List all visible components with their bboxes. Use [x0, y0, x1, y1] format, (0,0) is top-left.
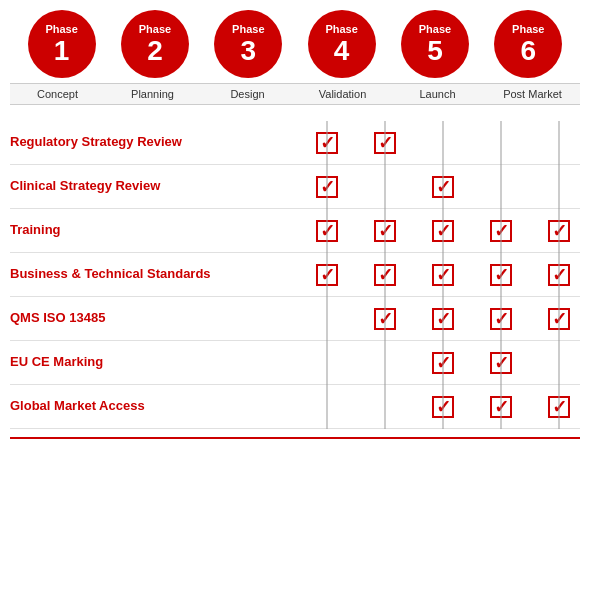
check-cell-4-4: ✓ — [472, 308, 530, 330]
phase-circle-6: Phase 6 — [494, 10, 562, 78]
checkbox: ✓ — [432, 176, 454, 198]
check-cell-1-2 — [356, 176, 414, 198]
table-row: Regulatory Strategy Review ✓ ✓ — [10, 121, 580, 165]
checkbox: ✓ — [432, 352, 454, 374]
table-row: EU CE Marking ✓ ✓ — [10, 341, 580, 385]
check-cell-6-2 — [356, 396, 414, 418]
phase-circle-1: Phase 1 — [28, 10, 96, 78]
check-cell-0-1: ✓ — [298, 132, 356, 154]
check-cell-3-0 — [240, 264, 298, 286]
main-container: Phase 1 Phase 2 Phase 3 Phase 4 Phase 5 — [0, 0, 590, 449]
phase-number-2: 2 — [147, 37, 163, 65]
table-row: QMS ISO 13485 ✓ ✓ ✓ ✓ — [10, 297, 580, 341]
rows-container: Regulatory Strategy Review ✓ ✓ Clinical … — [10, 121, 580, 429]
checkmark: ✓ — [320, 266, 335, 284]
phase-item-5: Phase 5 — [392, 10, 477, 78]
checkbox: ✓ — [548, 308, 570, 330]
check-cell-0-0 — [240, 132, 298, 154]
row-checks-3: ✓ ✓ ✓ ✓ ✓ — [240, 264, 588, 286]
checkbox: ✓ — [432, 264, 454, 286]
checkbox: ✓ — [374, 308, 396, 330]
checkbox: ✓ — [432, 308, 454, 330]
checkmark: ✓ — [552, 398, 567, 416]
checkmark: ✓ — [378, 310, 393, 328]
check-cell-0-5 — [530, 132, 588, 154]
row-checks-5: ✓ ✓ — [240, 352, 588, 374]
connector-area — [10, 103, 580, 121]
checkbox: ✓ — [316, 220, 338, 242]
check-cell-1-3: ✓ — [414, 176, 472, 198]
checkmark: ✓ — [436, 178, 451, 196]
empty-cell — [374, 176, 396, 198]
check-cell-5-5 — [530, 352, 588, 374]
check-cell-3-1: ✓ — [298, 264, 356, 286]
check-cell-3-5: ✓ — [530, 264, 588, 286]
check-cell-4-1 — [298, 308, 356, 330]
empty-cell — [548, 352, 570, 374]
check-cell-3-4: ✓ — [472, 264, 530, 286]
checkmark: ✓ — [378, 222, 393, 240]
table-row: Business & Technical Standards ✓ ✓ ✓ ✓ ✓ — [10, 253, 580, 297]
empty-cell — [316, 308, 338, 330]
check-cell-6-4: ✓ — [472, 396, 530, 418]
empty-cell — [258, 220, 280, 242]
checkbox: ✓ — [490, 352, 512, 374]
checkmark: ✓ — [378, 134, 393, 152]
phase-circle-5: Phase 5 — [401, 10, 469, 78]
check-cell-1-0 — [240, 176, 298, 198]
stage-item-2: Planning — [110, 88, 195, 100]
table-row: Clinical Strategy Review ✓ ✓ — [10, 165, 580, 209]
row-label-5: EU CE Marking — [10, 350, 240, 375]
check-cell-6-5: ✓ — [530, 396, 588, 418]
row-label-3: Business & Technical Standards — [10, 262, 240, 287]
checkbox: ✓ — [490, 308, 512, 330]
checkmark: ✓ — [378, 266, 393, 284]
phase-circle-2: Phase 2 — [121, 10, 189, 78]
checkbox: ✓ — [316, 132, 338, 154]
row-checks-2: ✓ ✓ ✓ ✓ ✓ — [240, 220, 588, 242]
check-cell-6-3: ✓ — [414, 396, 472, 418]
empty-cell — [548, 132, 570, 154]
phase-number-5: 5 — [427, 37, 443, 65]
checkbox: ✓ — [548, 264, 570, 286]
empty-cell — [316, 396, 338, 418]
stages-row: ConceptPlanningDesignValidationLaunchPos… — [10, 83, 580, 105]
checkmark: ✓ — [436, 354, 451, 372]
check-cell-5-3: ✓ — [414, 352, 472, 374]
empty-cell — [316, 352, 338, 374]
check-cell-5-2 — [356, 352, 414, 374]
check-cell-6-1 — [298, 396, 356, 418]
check-cell-4-2: ✓ — [356, 308, 414, 330]
check-cell-1-1: ✓ — [298, 176, 356, 198]
checkbox: ✓ — [490, 264, 512, 286]
checkbox: ✓ — [548, 396, 570, 418]
row-checks-6: ✓ ✓ ✓ — [240, 396, 588, 418]
phase-number-6: 6 — [521, 37, 537, 65]
phase-item-2: Phase 2 — [112, 10, 197, 78]
grid-wrapper: Regulatory Strategy Review ✓ ✓ Clinical … — [10, 121, 580, 439]
empty-cell — [490, 176, 512, 198]
checkbox: ✓ — [432, 396, 454, 418]
checkmark: ✓ — [320, 134, 335, 152]
check-cell-2-3: ✓ — [414, 220, 472, 242]
bottom-line — [10, 437, 580, 439]
check-cell-5-1 — [298, 352, 356, 374]
empty-cell — [258, 308, 280, 330]
phase-item-6: Phase 6 — [486, 10, 571, 78]
phase-circle-4: Phase 4 — [308, 10, 376, 78]
checkmark: ✓ — [494, 354, 509, 372]
empty-cell — [374, 352, 396, 374]
phase-item-3: Phase 3 — [206, 10, 291, 78]
checkbox: ✓ — [316, 264, 338, 286]
phase-item-1: Phase 1 — [19, 10, 104, 78]
checkmark: ✓ — [494, 398, 509, 416]
row-label-4: QMS ISO 13485 — [10, 306, 240, 331]
checkmark: ✓ — [494, 310, 509, 328]
phases-row: Phase 1 Phase 2 Phase 3 Phase 4 Phase 5 — [10, 10, 580, 78]
phase-number-1: 1 — [54, 37, 70, 65]
checkmark: ✓ — [320, 178, 335, 196]
checkmark: ✓ — [436, 310, 451, 328]
stage-item-4: Validation — [300, 88, 385, 100]
checkbox: ✓ — [548, 220, 570, 242]
row-checks-1: ✓ ✓ — [240, 176, 588, 198]
